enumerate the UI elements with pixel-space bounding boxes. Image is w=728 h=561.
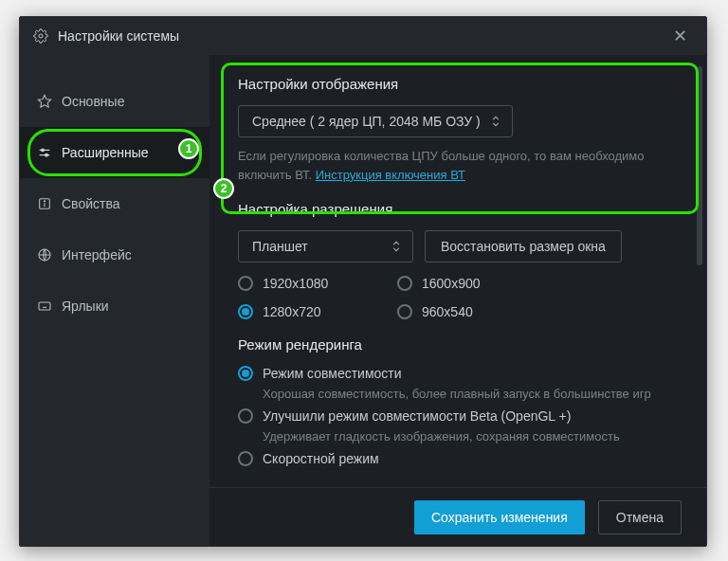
window-title: Настройки системы	[58, 28, 179, 44]
resolution-1920x1080[interactable]: 1920x1080	[238, 276, 397, 291]
resolution-960x540[interactable]: 960x540	[397, 304, 556, 319]
scrollbar[interactable]	[697, 66, 702, 265]
sidebar-item-properties[interactable]: Свойства	[20, 178, 209, 229]
render-compat[interactable]: Режим совместимости	[238, 366, 678, 381]
vt-instruction-link[interactable]: Инструкция включения ВТ	[316, 168, 465, 182]
render-speed[interactable]: Скоростной режим	[238, 451, 678, 466]
sidebar-item-label: Интерфейс	[62, 247, 132, 262]
svg-point-8	[44, 201, 45, 202]
restore-window-size-button[interactable]: Восстановить размер окна	[425, 230, 622, 262]
callout-badge-1: 1	[178, 138, 199, 159]
section-title-resolution: Настройка разрешения	[238, 201, 678, 217]
radio-icon	[238, 408, 253, 424]
info-icon	[37, 196, 52, 211]
select-value: Планшет	[252, 239, 308, 254]
settings-window: Настройки системы ✕ Основные Расширенные…	[19, 16, 707, 547]
main-panel: Настройки отображения Среднее ( 2 ядер Ц…	[209, 55, 706, 546]
sidebar-item-interface[interactable]: Интерфейс	[20, 229, 209, 280]
star-icon	[37, 94, 52, 109]
render-compat-beta-desc: Удерживает гладкость изображения, сохран…	[263, 429, 678, 443]
radio-icon	[238, 366, 253, 381]
gear-icon	[33, 28, 48, 44]
sidebar-item-label: Расширенные	[62, 145, 149, 160]
keyboard-icon	[37, 299, 52, 314]
section-resolution: Настройка разрешения Планшет Восстановит…	[238, 201, 678, 319]
radio-icon	[397, 276, 412, 291]
footer: Сохранить изменения Отмена	[209, 487, 706, 546]
radio-icon	[397, 304, 412, 319]
radio-icon	[238, 451, 253, 466]
render-compat-desc: Хорошая совместимость, более плавный зап…	[263, 387, 678, 401]
section-title-display: Настройки отображения	[238, 76, 678, 92]
section-render: Режим рендеринга Режим совместимости Хор…	[238, 336, 678, 466]
scroll-area: Настройки отображения Среднее ( 2 ядер Ц…	[209, 55, 706, 546]
sidebar-item-label: Ярлыки	[62, 299, 109, 314]
svg-rect-10	[39, 302, 50, 310]
resolution-1280x720[interactable]: 1280x720	[238, 304, 397, 319]
resolution-mode-select[interactable]: Планшет	[238, 230, 413, 262]
sidebar: Основные Расширенные Свойства Интерфейс …	[20, 55, 209, 546]
cancel-button[interactable]: Отмена	[598, 500, 682, 534]
radio-icon	[238, 304, 253, 319]
svg-marker-1	[38, 95, 50, 107]
section-display: Настройки отображения Среднее ( 2 ядер Ц…	[238, 76, 678, 184]
callout-badge-2: 2	[213, 178, 234, 199]
svg-point-0	[39, 34, 43, 38]
close-button[interactable]: ✕	[667, 22, 693, 50]
chevron-updown-icon	[489, 115, 502, 128]
body: Основные Расширенные Свойства Интерфейс …	[20, 55, 706, 546]
resolution-1600x900[interactable]: 1600x900	[397, 276, 556, 291]
render-compat-beta[interactable]: Улучшили режим совместимости Beta (OpenG…	[238, 408, 678, 424]
display-preset-select[interactable]: Среднее ( 2 ядер ЦП, 2048 МБ ОЗУ )	[238, 105, 513, 137]
sidebar-item-basic[interactable]: Основные	[20, 76, 209, 127]
save-button[interactable]: Сохранить изменения	[414, 500, 585, 534]
radio-icon	[238, 276, 253, 291]
vt-hint: Если регулировка количества ЦПУ больше о…	[238, 147, 678, 184]
globe-icon	[37, 247, 52, 262]
chevron-updown-icon	[390, 240, 403, 253]
sidebar-item-label: Основные	[62, 94, 124, 109]
sidebar-item-label: Свойства	[62, 196, 119, 211]
titlebar: Настройки системы ✕	[20, 17, 706, 55]
section-title-render: Режим рендеринга	[238, 336, 678, 353]
select-value: Среднее ( 2 ядер ЦП, 2048 МБ ОЗУ )	[252, 114, 481, 129]
resolution-options: 1920x1080 1600x900 1280x720 960x540	[238, 276, 678, 319]
sliders-icon	[37, 145, 52, 160]
sidebar-item-shortcuts[interactable]: Ярлыки	[20, 280, 209, 332]
